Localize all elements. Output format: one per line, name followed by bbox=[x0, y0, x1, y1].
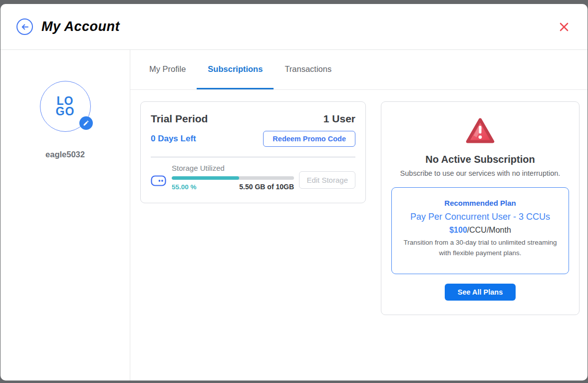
username-label: eagle5032 bbox=[45, 150, 85, 159]
dialog-header: My Account bbox=[0, 4, 588, 50]
plan-description: Transition from a 30-day trial to unlimi… bbox=[399, 238, 562, 259]
main-content: My Profile Subscriptions Transactions Tr… bbox=[130, 50, 588, 381]
close-icon bbox=[558, 21, 570, 33]
trial-card-row: 0 Days Left Redeem Promo Code bbox=[151, 131, 355, 147]
my-account-dialog: My Account LO GO bbox=[0, 4, 588, 381]
trial-period-card: Trial Period 1 User 0 Days Left Redeem P… bbox=[140, 101, 366, 203]
storage-section: Storage Utilized 55.00 % 5.50 GB of 10GB… bbox=[151, 164, 355, 191]
plan-price-suffix: /CCU/Month bbox=[467, 226, 511, 234]
profile-sidebar: LO GO eagle5032 bbox=[0, 50, 130, 381]
days-left-label: 0 Days Left bbox=[151, 134, 196, 144]
avatar-logo-text: GO bbox=[56, 106, 75, 117]
storage-values-row: 55.00 % 5.50 GB of 10GB bbox=[172, 183, 294, 191]
storage-percent-label: 55.00 % bbox=[172, 183, 197, 191]
account-tabs: My Profile Subscriptions Transactions bbox=[130, 50, 588, 90]
plan-price: $100 bbox=[449, 226, 467, 234]
recommended-plan-heading: Recommended Plan bbox=[399, 199, 562, 207]
avatar: LO GO bbox=[40, 81, 91, 132]
see-all-plans-button[interactable]: See All Plans bbox=[445, 284, 516, 301]
trial-card-header: Trial Period 1 User bbox=[151, 113, 355, 125]
user-count-label: 1 User bbox=[323, 113, 355, 125]
trial-period-title: Trial Period bbox=[151, 113, 208, 125]
edit-avatar-button[interactable] bbox=[79, 116, 93, 130]
plan-name: Pay Per Concurrent User - 3 CCUs bbox=[399, 212, 562, 222]
edit-storage-button[interactable]: Edit Storage bbox=[299, 171, 355, 189]
warning-triangle-icon bbox=[465, 117, 495, 145]
dialog-body: LO GO eagle5032 My Profile Subscriptions bbox=[0, 50, 588, 381]
storage-utilized-label: Storage Utilized bbox=[172, 164, 294, 172]
subscriptions-panel: Trial Period 1 User 0 Days Left Redeem P… bbox=[130, 90, 588, 315]
tab-transactions[interactable]: Transactions bbox=[274, 50, 342, 89]
back-button[interactable] bbox=[16, 18, 33, 35]
tab-subscriptions[interactable]: Subscriptions bbox=[197, 50, 274, 89]
storage-progress-bar bbox=[172, 176, 294, 180]
redeem-promo-code-button[interactable]: Redeem Promo Code bbox=[263, 131, 355, 147]
divider bbox=[151, 157, 355, 157]
recommended-plan-box: Recommended Plan Pay Per Concurrent User… bbox=[391, 187, 569, 274]
close-button[interactable] bbox=[557, 19, 572, 34]
plan-price-line: $100/CCU/Month bbox=[399, 226, 562, 235]
storage-progress-fill bbox=[172, 176, 239, 180]
page-title: My Account bbox=[41, 19, 120, 34]
storage-usage-block: Storage Utilized 55.00 % 5.50 GB of 10GB bbox=[172, 164, 294, 191]
no-subscription-title: No Active Subscription bbox=[391, 154, 569, 165]
storage-drive-icon bbox=[151, 175, 166, 186]
arrow-left-icon bbox=[20, 22, 29, 31]
no-subscription-card: No Active Subscription Subscribe to use … bbox=[381, 101, 580, 315]
storage-usage-label: 5.50 GB of 10GB bbox=[239, 183, 294, 191]
tab-my-profile[interactable]: My Profile bbox=[138, 50, 197, 89]
pencil-icon bbox=[83, 120, 89, 126]
no-subscription-subtitle: Subscribe to use our services with no in… bbox=[391, 169, 569, 177]
